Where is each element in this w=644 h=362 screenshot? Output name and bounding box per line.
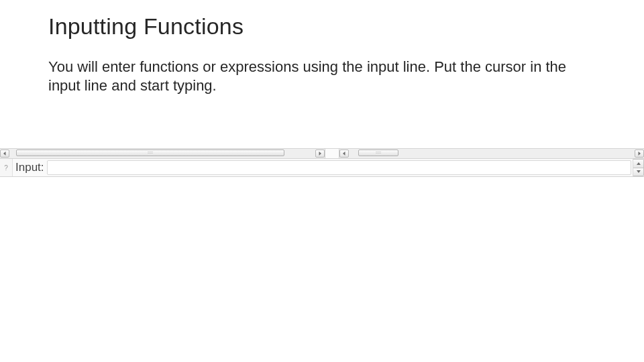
history-down-button[interactable] — [633, 168, 644, 177]
slide: Inputting Functions You will enter funct… — [0, 0, 644, 362]
input-bar-screenshot: ? Input: — [0, 148, 644, 177]
scroll-left-button-2[interactable] — [339, 149, 349, 158]
history-up-button[interactable] — [633, 159, 644, 168]
body-text: You will enter functions or expressions … — [48, 58, 578, 95]
input-label: Input: — [13, 159, 47, 176]
page-title: Inputting Functions — [48, 13, 244, 40]
scroll-left-button[interactable] — [0, 149, 9, 158]
scrollbar-track-left[interactable] — [9, 149, 315, 158]
input-bar: ? Input: — [0, 159, 644, 177]
input-field[interactable] — [47, 160, 631, 175]
scroll-right-button-2[interactable] — [635, 149, 644, 158]
pane-splitter[interactable] — [325, 149, 339, 158]
horizontal-scrollbars — [0, 148, 644, 159]
scrollbar-thumb-left[interactable] — [16, 149, 284, 156]
scroll-right-button[interactable] — [315, 149, 325, 158]
scrollbar-thumb-right[interactable] — [358, 149, 398, 156]
input-help-icon[interactable]: ? — [0, 159, 13, 176]
history-stepper — [633, 159, 644, 176]
scrollbar-track-right[interactable] — [349, 149, 635, 158]
